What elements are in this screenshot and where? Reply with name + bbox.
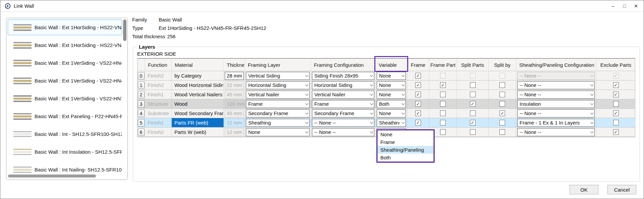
minimize-button[interactable]: – [607, 0, 619, 12]
wall-list-item[interactable]: Basic Wall : Ext 1HorSiding - HS22-VN45-… [8, 37, 122, 53]
split-by-checkbox[interactable] [499, 129, 505, 135]
variable-option[interactable]: Sheathing/Paneling [378, 146, 433, 154]
frame-part-checkbox[interactable] [440, 129, 446, 135]
variable-select[interactable]: Both [377, 100, 406, 108]
split-parts-checkbox[interactable] [470, 73, 476, 79]
framing-configuration-select[interactable]: Secondary Frame [312, 109, 374, 117]
framing-layer-select[interactable]: Vertical Nailer [246, 91, 310, 99]
frame-checkbox[interactable]: ✓ [415, 101, 421, 107]
frame-part-checkbox[interactable] [440, 110, 446, 116]
row-number-button[interactable]: 4 [138, 110, 145, 117]
split-parts-checkbox[interactable] [470, 129, 476, 135]
split-parts-checkbox[interactable]: ✓ [470, 101, 476, 107]
variable-select[interactable]: None [377, 72, 406, 80]
sheathing-paneling-configuration-select[interactable]: -- None -- [517, 81, 595, 89]
frame-part-checkbox[interactable] [440, 101, 446, 107]
thickness-field[interactable]: 28 mm [225, 72, 244, 80]
wall-list-item[interactable]: Basic Wall : Ext 1VerSiding - VS22-HN45-… [8, 73, 122, 89]
wall-list-item[interactable]: Basic Wall : Ext 1VerSiding - VS22-HN45-… [8, 55, 122, 71]
framing-configuration-select[interactable]: -- None -- [312, 119, 374, 127]
frame-checkbox[interactable]: ✓ [415, 110, 421, 116]
split-parts-checkbox[interactable]: ✓ [470, 120, 476, 126]
sheathing-paneling-configuration-select[interactable]: -- None -- [517, 72, 595, 80]
framing-layer-select[interactable]: Sheathing [246, 119, 310, 127]
framing-configuration-select[interactable]: -- None -- [312, 128, 374, 136]
split-by-checkbox[interactable] [499, 82, 505, 88]
column-header-thickness: Thickness [224, 59, 245, 71]
vertical-scrollbar[interactable] [123, 19, 127, 179]
split-by-checkbox[interactable]: ✓ [499, 110, 505, 116]
row-number-button[interactable]: 2 [138, 91, 145, 98]
row-number-button[interactable]: 6 [138, 129, 145, 136]
sheathing-paneling-configuration-select[interactable]: Insulation [517, 100, 595, 108]
wall-list-item[interactable]: Basic Wall : Ext 1HorSiding - HS22-VN45-… [8, 19, 122, 35]
thickness-field[interactable]: 45 mm [225, 109, 244, 117]
variable-option[interactable]: Both [378, 154, 433, 161]
framing-configuration-select[interactable]: Frame [312, 100, 374, 108]
framing-configuration-select[interactable]: Horizontal Siding [312, 81, 374, 89]
frame-checkbox[interactable]: ✓ [415, 73, 421, 79]
thickness-field[interactable]: 12 mm [225, 128, 244, 136]
framing-layer-select[interactable]: Vertical Siding [246, 72, 310, 80]
close-button[interactable]: ✕ [630, 0, 642, 12]
variable-option[interactable]: Frame [378, 138, 433, 146]
framing-layer-select[interactable]: Secondary Frame [246, 109, 310, 117]
chevron-down-icon [368, 100, 374, 108]
thickness-field[interactable]: 22 mm [225, 81, 244, 89]
cancel-button[interactable]: Cancel [607, 185, 636, 194]
vertical-scrollbar-thumb[interactable] [123, 19, 126, 41]
split-parts-checkbox[interactable] [470, 92, 476, 97]
frame-part-checkbox[interactable]: ✓ [440, 82, 446, 88]
variable-select[interactable]: Sheathing/Paneling [377, 119, 406, 127]
frame-part-checkbox[interactable] [440, 73, 446, 79]
sheathing-paneling-configuration-select[interactable]: Frame - 1 Ex & 1 In Layers [517, 119, 595, 127]
thickness-field[interactable]: 120 mm [225, 100, 244, 108]
framing-layer-select[interactable]: Horizontal Siding [246, 81, 310, 89]
variable-select[interactable]: None [377, 91, 406, 99]
framing-configuration-select[interactable]: Siding Finish 28x95 [312, 72, 374, 80]
row-number-button[interactable]: 3 [138, 100, 145, 108]
material-label[interactable]: Parts FR (web) [172, 120, 208, 126]
row-number-button[interactable]: 5 [138, 119, 145, 127]
frame-part-checkbox[interactable] [440, 120, 446, 126]
split-by-checkbox[interactable] [499, 92, 505, 97]
exclude-parts-checkbox[interactable]: ✓ [613, 129, 619, 135]
exclude-parts-checkbox[interactable]: ✓ [613, 82, 619, 88]
exclude-parts-checkbox[interactable]: ✓ [613, 92, 619, 97]
ok-button[interactable]: OK [570, 185, 598, 194]
exclude-parts-checkbox[interactable] [613, 101, 619, 107]
split-parts-checkbox[interactable] [470, 110, 476, 116]
frame-checkbox[interactable]: ✓ [415, 92, 421, 97]
split-by-checkbox[interactable] [499, 120, 505, 126]
variable-option[interactable]: None [378, 131, 433, 138]
sheathing-paneling-configuration-select[interactable]: -- None -- [517, 91, 595, 99]
thickness-field[interactable]: 12 mm [225, 119, 244, 127]
variable-select[interactable]: None [377, 109, 406, 117]
wall-list-item[interactable]: Basic Wall : Ext 1VerSiding - VS22-HN70-… [8, 91, 122, 106]
sheathing-paneling-configuration-select[interactable]: -- None -- [517, 128, 595, 136]
maximize-button[interactable]: □ [619, 0, 630, 12]
row-number-button[interactable]: 1 [138, 82, 145, 89]
split-by-checkbox[interactable] [499, 73, 505, 79]
wall-list-item[interactable]: Basic Wall : Int Insulation - SH12.5-SFR… [8, 144, 122, 160]
exclude-parts-checkbox[interactable]: ✓ [613, 110, 619, 116]
exclude-parts-checkbox[interactable]: ✓ [613, 73, 619, 79]
frame-part-checkbox[interactable] [440, 92, 446, 97]
exclude-parts-checkbox[interactable] [613, 120, 619, 126]
wall-list-item[interactable]: Basic Wall : Int - SH12.5-SFR100-SH12.5 [8, 126, 122, 142]
frame-checkbox[interactable]: ✓ [415, 82, 421, 88]
function-label: Finish2 [145, 73, 164, 79]
framing-layer-select[interactable]: None [246, 128, 310, 136]
wall-item-label: Basic Wall : Int - SH12.5-SFR100-SH12.5 [35, 131, 122, 137]
framing-layer-select[interactable]: Frame [246, 100, 310, 108]
frame-checkbox[interactable]: ✓ [415, 120, 421, 126]
split-parts-checkbox[interactable] [470, 82, 476, 88]
split-by-checkbox[interactable] [499, 101, 505, 107]
variable-select[interactable]: None [377, 81, 406, 89]
framing-configuration-select[interactable]: Vertical Nailer [312, 91, 374, 99]
sheathing-paneling-configuration-select[interactable]: -- None -- [517, 109, 595, 117]
thickness-field[interactable]: 45 mm [225, 91, 244, 99]
wall-list-item[interactable]: Basic Wall : Ext Paneling - P22-HN45-FR-… [8, 108, 122, 124]
horizontal-scrollbar-thumb[interactable] [8, 175, 96, 178]
row-number-button[interactable]: 0 [138, 72, 145, 80]
